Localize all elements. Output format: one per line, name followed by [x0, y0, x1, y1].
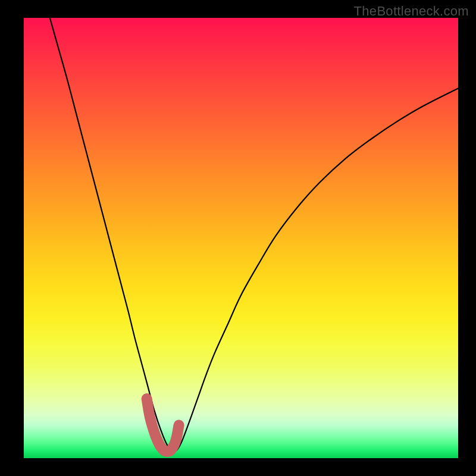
chart-frame: TheBottleneck.com — [0, 0, 476, 476]
optimal-zone-highlight — [147, 399, 179, 452]
watermark-text: TheBottleneck.com — [354, 4, 469, 19]
curve-layer — [24, 18, 458, 458]
plot-area — [24, 18, 458, 458]
bottleneck-curve — [50, 18, 458, 452]
